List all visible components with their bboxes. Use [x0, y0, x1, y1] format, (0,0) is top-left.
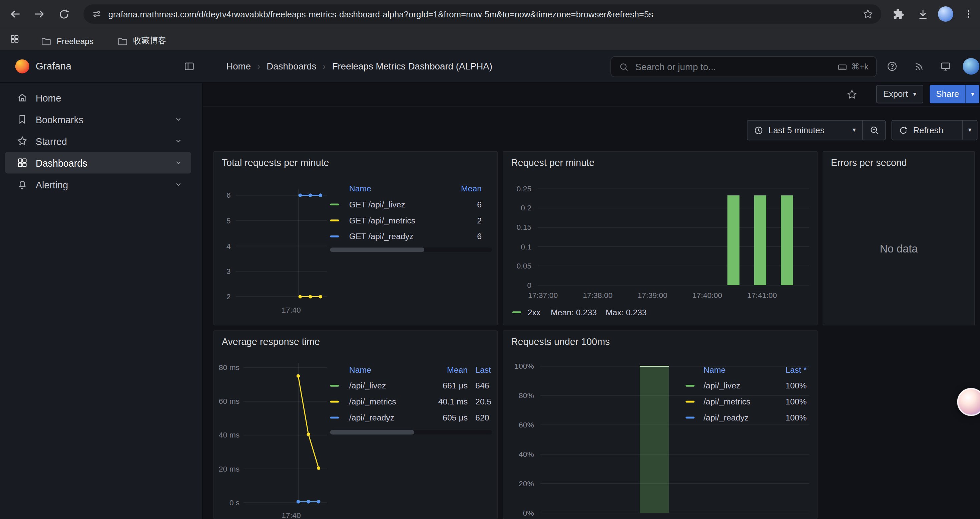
extensions-button[interactable] [889, 5, 907, 23]
forward-button[interactable] [31, 5, 48, 23]
legend-scrollbar[interactable] [330, 430, 492, 434]
sidebar-item-label: Home [36, 92, 61, 103]
bookmark-label: 收藏博客 [133, 35, 166, 46]
site-info-icon[interactable] [92, 9, 102, 19]
sidebar-item-label: Bookmarks [36, 114, 83, 125]
reload-button[interactable] [55, 5, 72, 23]
refresh-button[interactable]: Refresh [892, 121, 962, 140]
star-icon [17, 135, 28, 147]
bookmark-blog-folder[interactable]: 收藏博客 [117, 32, 166, 50]
favorite-dashboard-button[interactable] [844, 87, 859, 102]
panel-left-icon [183, 61, 195, 72]
sidebar-item-bookmarks[interactable]: Bookmarks [5, 109, 191, 130]
legend-col-name[interactable]: Name [349, 365, 422, 374]
y-axis-tick: 0.2 [503, 203, 531, 213]
display-button[interactable] [937, 57, 954, 75]
y-axis-tick: 5 [214, 216, 231, 226]
chevron-down-icon[interactable] [175, 137, 182, 145]
panel-title[interactable]: Errors per second [831, 157, 907, 168]
help-icon [886, 61, 897, 72]
sidebar-item-home[interactable]: Home [5, 87, 191, 109]
legend-row[interactable]: /api/_readyz 100% [686, 409, 807, 425]
scrollbar-thumb[interactable] [330, 248, 425, 252]
refresh-interval-button[interactable]: ▾ [963, 121, 977, 140]
grafana-logo[interactable] [15, 59, 29, 73]
legend-row[interactable]: /api/_livez 100% [686, 378, 807, 394]
search-input[interactable] [634, 61, 837, 72]
downloads-button[interactable] [914, 5, 931, 23]
breadcrumb-home[interactable]: Home [226, 61, 251, 72]
legend-row[interactable]: GET /api/_livez 6 [330, 196, 482, 212]
legend-col-last[interactable]: Last [475, 365, 491, 374]
y-axis-tick: 0 s [214, 498, 240, 508]
legend-row[interactable]: /api/_metrics 40.1 ms 20.5 ms [330, 394, 491, 410]
y-axis-tick: 40% [503, 449, 534, 460]
url-text[interactable]: grafana.mathmast.com/d/deytv4rwavabkb/fr… [108, 10, 862, 19]
series-name: /api/_livez [703, 381, 776, 390]
time-range-picker[interactable]: Last 5 minutes ▾ [748, 121, 862, 140]
legend: 2xx Mean: 0.233 Max: 0.233 [512, 308, 647, 317]
legend-row[interactable]: /api/_livez 661 µs 646 µs [330, 378, 491, 394]
sidebar-item-alerting[interactable]: Alerting [5, 174, 191, 195]
legend-header: Name Mean [330, 180, 482, 197]
bell-icon [17, 179, 28, 190]
series-name[interactable]: 2xx [528, 308, 541, 317]
floating-assistant-avatar[interactable] [957, 388, 980, 416]
apps-grid-button[interactable] [6, 31, 23, 48]
series-color-dash [330, 417, 339, 419]
legend-col-name[interactable]: Name [703, 365, 776, 374]
sidebar-item-dashboards[interactable]: Dashboards [5, 152, 191, 174]
folder-icon [117, 35, 128, 46]
legend-row[interactable]: /api/_readyz 605 µs 620 µs [330, 409, 491, 425]
chevron-down-icon: ▾ [853, 127, 856, 133]
zoom-out-button[interactable] [863, 121, 885, 140]
legend-scrollbar[interactable] [330, 248, 492, 252]
legend-col-mean[interactable]: Mean [422, 365, 468, 374]
keyboard-icon [837, 61, 848, 72]
sidebar-item-starred[interactable]: Starred [5, 130, 191, 152]
bookmark-freeleaps[interactable]: Freeleaps [41, 32, 94, 50]
series-last: 100% [776, 381, 807, 390]
legend-row[interactable]: GET /api/_metrics 2 [330, 212, 482, 228]
x-axis-tick: 17:38:00 [578, 290, 618, 300]
legend-col-name[interactable]: Name [349, 184, 456, 193]
legend-table: Name Last * /api/_livez 100% /api/_metri… [686, 361, 807, 425]
y-axis-tick: 0.05 [503, 261, 531, 271]
browser-menu-button[interactable] [960, 5, 977, 23]
series-name: /api/_readyz [349, 413, 422, 423]
bookmark-icon [17, 113, 28, 125]
series-color-dash [686, 385, 694, 387]
series-color-dash [330, 203, 339, 206]
search-shortcut: ⌘+k [851, 62, 869, 72]
legend-row[interactable]: /api/_metrics 100% [686, 394, 807, 410]
sidebar-toggle-button[interactable] [180, 57, 198, 75]
back-button[interactable] [6, 5, 24, 23]
panel-request-per-minute: Request per minute 2xx Mean: 0.233 Max: … [503, 151, 818, 326]
search-box[interactable]: ⌘+k [611, 56, 877, 77]
legend-col-last[interactable]: Last * [776, 365, 807, 374]
legend-row[interactable]: GET /api/_readyz 6 [330, 228, 482, 244]
breadcrumb-separator: › [257, 61, 260, 72]
export-button[interactable]: Export ▾ [876, 85, 923, 103]
browser-profile-avatar[interactable] [938, 6, 953, 22]
share-menu-button[interactable]: ▾ [965, 85, 979, 103]
news-button[interactable] [910, 57, 928, 75]
y-axis-tick: 20 ms [214, 464, 240, 474]
scrollbar-thumb[interactable] [330, 430, 414, 434]
url-bar[interactable]: grafana.mathmast.com/d/deytv4rwavabkb/fr… [83, 4, 881, 23]
user-avatar[interactable] [963, 58, 979, 75]
chevron-down-icon[interactable] [175, 159, 182, 167]
share-label: Share [936, 89, 959, 99]
series-color-dash [330, 385, 339, 387]
share-button[interactable]: Share [930, 85, 965, 103]
chevron-down-icon[interactable] [175, 115, 182, 123]
legend-col-mean[interactable]: Mean [456, 184, 482, 193]
sidebar-item-label: Alerting [36, 179, 68, 190]
y-axis-tick: 60 ms [214, 396, 240, 406]
sidebar-item-label: Starred [36, 136, 67, 146]
bookmark-star-icon[interactable] [862, 8, 873, 20]
help-button[interactable] [883, 57, 901, 75]
bre adcrumb-dashboards[interactable]: Dashboards [267, 61, 316, 72]
chevron-down-icon[interactable] [175, 181, 182, 188]
clock-icon [754, 125, 764, 135]
